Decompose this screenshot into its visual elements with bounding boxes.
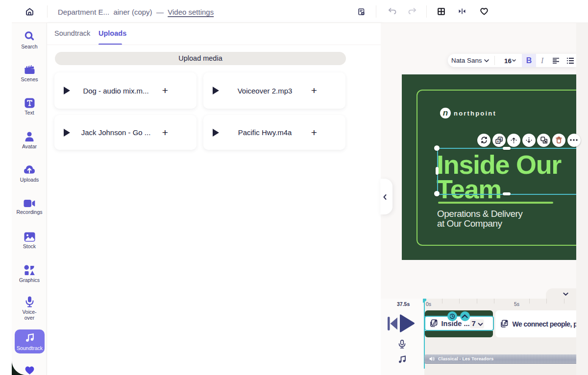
- svg-text:x: x: [497, 140, 499, 143]
